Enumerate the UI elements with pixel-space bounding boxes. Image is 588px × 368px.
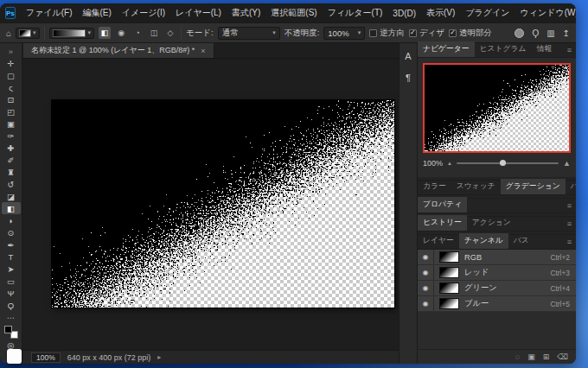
blend-mode-select[interactable]: 通常 ▾	[218, 27, 280, 40]
canvas-stage[interactable]	[22, 59, 399, 350]
navigator-zoom-value[interactable]: 100%	[423, 159, 443, 168]
zoom-out-icon[interactable]: ▲	[447, 161, 452, 166]
channel-row-rgb[interactable]: ◉ RGB Ctrl+2	[418, 250, 576, 265]
menu-3d[interactable]: 3D(D)	[387, 9, 421, 18]
menu-view[interactable]: 表示(V)	[421, 7, 460, 19]
tool-preset-picker[interactable]: ▾	[16, 28, 40, 39]
zoom-slider-handle[interactable]	[500, 160, 506, 166]
marquee-tool[interactable]: ▢	[2, 69, 21, 81]
checkbox[interactable]: ✓	[409, 29, 417, 37]
title-bar[interactable]: Ps ファイル(F) 編集(E) イメージ(I) レイヤー(L) 書式(Y) 選…	[0, 3, 576, 22]
close-tab-icon[interactable]: ×	[201, 47, 205, 55]
zoom-slider[interactable]	[457, 162, 559, 164]
account-avatar[interactable]	[514, 29, 524, 38]
frame-tool[interactable]: ▣	[2, 117, 21, 130]
dither-checkbox[interactable]: ✓ ディザ	[409, 28, 444, 39]
tab-channels[interactable]: チャンネル	[459, 233, 508, 249]
visibility-eye-icon[interactable]: ◉	[418, 281, 434, 295]
taskbar-icon[interactable]	[7, 349, 22, 364]
tab-actions[interactable]: アクション	[467, 215, 516, 231]
radial-gradient-button[interactable]: ◉	[115, 27, 127, 39]
save-as-channel-icon[interactable]: ▣	[527, 352, 535, 361]
visibility-eye-icon[interactable]: ◉	[418, 296, 434, 311]
tab-paths[interactable]: パス	[508, 233, 534, 249]
visibility-eye-icon[interactable]: ◉	[418, 250, 434, 264]
gradient-tool[interactable]: ◧	[2, 202, 21, 214]
menu-file[interactable]: ファイル(F)	[21, 7, 78, 19]
hand-tool[interactable]: Ψ	[2, 287, 21, 299]
reflected-gradient-button[interactable]: ◫	[148, 27, 160, 39]
crop-tool[interactable]: ◰	[2, 105, 21, 117]
diamond-gradient-button[interactable]: ◇	[164, 27, 176, 39]
share-icon[interactable]: ↥	[563, 29, 570, 38]
move-tool[interactable]: ✛	[2, 57, 21, 69]
menu-layer[interactable]: レイヤー(L)	[170, 7, 227, 19]
home-icon[interactable]: ⌂	[6, 29, 11, 38]
edit-toolbar-button[interactable]: ⋯	[2, 311, 21, 323]
panel-menu-icon[interactable]: ≡	[567, 238, 576, 249]
canvas-document[interactable]	[52, 100, 394, 308]
opacity-select[interactable]: 100% ▾	[323, 27, 365, 40]
shape-tool[interactable]: ▭	[2, 275, 21, 287]
dodge-tool[interactable]: ⊙	[2, 226, 21, 238]
reverse-checkbox[interactable]: 逆方向	[369, 28, 405, 39]
healing-brush-tool[interactable]: ✚	[2, 142, 21, 154]
new-channel-icon[interactable]: ⊞	[543, 352, 550, 361]
collapse-toolbar-button[interactable]: »	[2, 45, 21, 57]
history-brush-tool[interactable]: ↺	[2, 178, 21, 190]
zoom-level-field[interactable]: 100%	[31, 352, 61, 363]
workspace-icon[interactable]: ▥	[546, 29, 554, 38]
document-tab[interactable]: 名称未設定 1 @ 100% (レイヤー 1、RGB/8#) * ×	[23, 43, 214, 58]
tab-history[interactable]: ヒストリー	[418, 215, 467, 231]
object-selection-tool[interactable]: ⊡	[2, 93, 21, 105]
tab-histogram[interactable]: ヒストグラム	[475, 41, 532, 57]
panel-menu-icon[interactable]: ≡	[567, 46, 576, 57]
status-popup-arrow-icon[interactable]: ▸	[157, 353, 161, 361]
tab-patterns[interactable]: パターン	[566, 179, 576, 194]
tab-navigator[interactable]: ナビゲーター	[418, 41, 475, 57]
tab-gradients[interactable]: グラデーション	[501, 179, 566, 194]
paragraph-panel-icon[interactable]: ¶	[406, 73, 411, 83]
foreground-color-swatch[interactable]	[4, 326, 12, 333]
menu-select[interactable]: 選択範囲(S)	[265, 7, 322, 19]
search-icon[interactable]: Ϙ	[532, 29, 539, 38]
menu-filter[interactable]: フィルター(T)	[323, 7, 388, 19]
menu-plugins[interactable]: プラグイン	[460, 7, 514, 19]
menu-window[interactable]: ウィンドウ(W)	[515, 7, 576, 19]
menu-image[interactable]: イメージ(I)	[117, 7, 170, 19]
brush-tool[interactable]: ✐	[2, 154, 21, 166]
menu-type[interactable]: 書式(Y)	[227, 7, 265, 19]
pen-tool[interactable]: ✒	[2, 238, 21, 251]
tab-color[interactable]: カラー	[418, 179, 451, 194]
gradient-picker[interactable]: ▾	[49, 28, 95, 39]
eyedropper-tool[interactable]: ✑	[2, 130, 21, 142]
zoom-tool[interactable]: Ϙ	[2, 299, 21, 311]
eraser-tool[interactable]: ◪	[2, 190, 21, 202]
panel-menu-icon[interactable]: ≡	[567, 219, 576, 231]
tab-layers[interactable]: レイヤー	[418, 233, 459, 249]
tab-swatches[interactable]: スウォッチ	[451, 179, 501, 194]
checkbox[interactable]	[369, 29, 377, 37]
menu-edit[interactable]: 編集(E)	[78, 7, 117, 19]
character-panel-icon[interactable]: A	[405, 51, 411, 61]
channel-row-green[interactable]: ◉ グリーン Ctrl+4	[418, 281, 576, 296]
tab-properties[interactable]: プロパティ	[418, 197, 467, 213]
visibility-eye-icon[interactable]: ◉	[418, 265, 434, 280]
angle-gradient-button[interactable]: ◔	[131, 27, 144, 39]
delete-channel-icon[interactable]: ⌫	[557, 352, 568, 361]
color-swatches[interactable]	[4, 326, 18, 339]
zoom-in-icon[interactable]: ▲	[563, 159, 571, 168]
blur-tool[interactable]: ◗	[2, 214, 21, 226]
clone-stamp-tool[interactable]: ♜	[2, 166, 21, 178]
panel-menu-icon[interactable]: ≡	[567, 201, 576, 213]
type-tool[interactable]: T	[2, 251, 21, 263]
load-selection-icon[interactable]: ◌	[515, 352, 520, 361]
lasso-tool[interactable]: ς	[2, 81, 21, 93]
channel-row-red[interactable]: ◉ レッド Ctrl+3	[418, 265, 576, 281]
channel-row-blue[interactable]: ◉ ブルー Ctrl+5	[418, 296, 576, 312]
checkbox[interactable]: ✓	[449, 29, 457, 37]
transparency-checkbox[interactable]: ✓ 透明部分	[449, 28, 492, 39]
path-selection-tool[interactable]: ➤	[2, 263, 21, 275]
linear-gradient-button[interactable]: ◧	[99, 27, 111, 39]
tab-info[interactable]: 情報	[532, 41, 558, 57]
